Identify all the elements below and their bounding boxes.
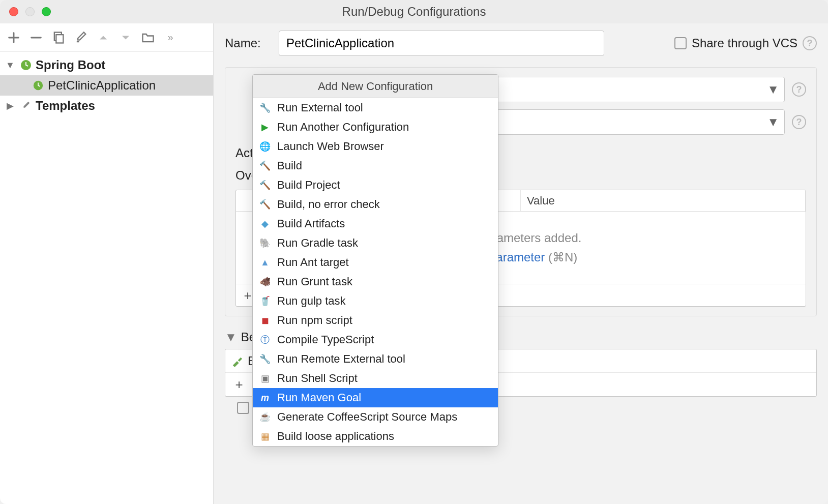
item-label: Build: [277, 159, 302, 172]
share-checkbox[interactable]: [674, 37, 687, 49]
ant-icon: ▲: [259, 256, 271, 269]
item-label: Run Another Configuration: [277, 121, 409, 134]
grunt-icon: 🐗: [259, 276, 271, 288]
move-down-button[interactable]: [117, 29, 134, 46]
gulp-icon: 🥤: [259, 295, 271, 307]
help-icon[interactable]: ?: [792, 82, 806, 97]
help-icon[interactable]: ?: [803, 36, 817, 50]
chevron-down-icon: ▼: [225, 330, 237, 344]
grid-col-value: Value: [521, 190, 806, 211]
loose-app-icon: ▦: [259, 430, 271, 442]
add-new-configuration-popup: Add New Configuration 🔧Run External tool…: [252, 74, 498, 447]
hammer-icon: [231, 355, 243, 367]
tree-node-spring-boot[interactable]: ▼ Spring Boot: [0, 55, 213, 75]
folder-button[interactable]: [139, 29, 157, 46]
popup-item-run-grunt-task[interactable]: 🐗Run Grunt task: [253, 272, 498, 291]
popup-item-run-gradle-task[interactable]: 🐘Run Gradle task: [253, 233, 498, 253]
expand-toggle-icon[interactable]: ▶: [4, 100, 16, 111]
sidebar-toolbar: »: [0, 23, 213, 52]
typescript-icon: Ⓣ: [259, 334, 271, 346]
configuration-name-input[interactable]: [279, 31, 604, 56]
gradle-icon: 🐘: [259, 237, 271, 249]
npm-icon: ◼: [259, 314, 271, 327]
popup-item-run-npm-script[interactable]: ◼Run npm script: [253, 311, 498, 330]
play-icon: ▶: [259, 121, 271, 133]
popup-item-run-maven-goal[interactable]: mRun Maven Goal: [253, 388, 498, 407]
more-tools-button[interactable]: »: [162, 29, 179, 46]
popup-item-generate-coffeescript-source-maps[interactable]: ☕Generate CoffeeScript Source Maps: [253, 407, 498, 427]
popup-item-run-shell-script[interactable]: ▣Run Shell Script: [253, 369, 498, 388]
tree-node-templates[interactable]: ▶ Templates: [0, 96, 213, 116]
item-label: Run Remote External tool: [277, 352, 405, 366]
copy-configuration-button[interactable]: [50, 29, 67, 46]
configurations-sidebar: » ▼ Spring Boot PetClinicApplication ▶ T…: [0, 23, 214, 504]
window-title: Run/Debug Configurations: [342, 5, 486, 19]
window-controls: [9, 7, 51, 16]
coffeescript-icon: ☕: [259, 411, 271, 423]
titlebar: Run/Debug Configurations: [0, 0, 828, 23]
item-label: Build Artifacts: [277, 217, 345, 230]
globe-icon: 🌐: [259, 140, 271, 153]
artifact-icon: ◆: [259, 218, 271, 230]
item-label: Build, no error check: [277, 198, 380, 211]
spring-boot-icon: [32, 79, 45, 92]
add-configuration-button[interactable]: [5, 29, 22, 46]
tree-node-petclinic[interactable]: PetClinicApplication: [0, 75, 213, 96]
share-label: Share through VCS: [692, 36, 797, 50]
chevron-down-icon: ▼: [767, 82, 779, 97]
name-row: Name: Share through VCS ?: [225, 31, 817, 56]
popup-item-build-artifacts[interactable]: ◆Build Artifacts: [253, 214, 498, 233]
popup-item-build-loose-applications[interactable]: ▦Build loose applications: [253, 427, 498, 446]
remove-configuration-button[interactable]: [27, 29, 45, 46]
configurations-tree: ▼ Spring Boot PetClinicApplication ▶ Tem…: [0, 52, 213, 504]
wrench-icon: [19, 99, 33, 112]
popup-item-build[interactable]: 🔨Build: [253, 156, 498, 175]
popup-title: Add New Configuration: [253, 75, 498, 98]
popup-item-run-external-tool[interactable]: 🔧Run External tool: [253, 98, 498, 117]
shell-icon: ▣: [259, 372, 271, 384]
item-label: Build loose applications: [277, 430, 394, 443]
add-parameter-shortcut: (⌘N): [548, 250, 577, 264]
item-label: Launch Web Browser: [277, 140, 384, 153]
show-this-page-checkbox[interactable]: [237, 402, 249, 414]
item-label: Run Gradle task: [277, 236, 358, 250]
minimize-window-button[interactable]: [25, 7, 35, 16]
popup-item-run-another-configuration[interactable]: ▶Run Another Configuration: [253, 117, 498, 137]
tree-label: Spring Boot: [36, 58, 105, 72]
move-up-button[interactable]: [95, 29, 112, 46]
popup-item-build-project[interactable]: 🔨Build Project: [253, 175, 498, 195]
item-label: Compile TypeScript: [277, 333, 374, 346]
item-label: Run Maven Goal: [277, 391, 361, 404]
popup-item-run-remote-external-tool[interactable]: 🔧Run Remote External tool: [253, 349, 498, 369]
popup-item-run-ant-target[interactable]: ▲Run Ant target: [253, 253, 498, 272]
popup-item-run-gulp-task[interactable]: 🥤Run gulp task: [253, 291, 498, 311]
tree-label: PetClinicApplication: [48, 78, 156, 93]
item-label: Run Shell Script: [277, 372, 358, 385]
item-label: Run Ant target: [277, 256, 349, 269]
maven-icon: m: [259, 392, 271, 404]
popup-item-launch-web-browser[interactable]: 🌐Launch Web Browser: [253, 137, 498, 156]
help-icon[interactable]: ?: [792, 115, 806, 129]
popup-item-build-no-error-check[interactable]: 🔨Build, no error check: [253, 195, 498, 214]
expand-toggle-icon[interactable]: ▼: [4, 60, 16, 71]
hammer-icon: 🔨: [259, 198, 271, 211]
add-task-button[interactable]: +: [230, 376, 248, 393]
zoom-window-button[interactable]: [42, 7, 51, 16]
item-label: Run Grunt task: [277, 275, 352, 288]
hammer-icon: 🔨: [259, 160, 271, 172]
close-window-button[interactable]: [9, 7, 18, 16]
spring-boot-icon: [19, 58, 33, 72]
run-debug-configurations-window: Run/Debug Configurations » ▼ Spring Boot: [0, 0, 828, 504]
wrench-icon: 🔧: [259, 353, 271, 365]
chevron-down-icon: ▼: [767, 115, 779, 129]
share-through-vcs[interactable]: Share through VCS ?: [674, 36, 817, 50]
tree-label: Templates: [36, 99, 95, 113]
item-label: Generate CoffeeScript Source Maps: [277, 410, 457, 424]
item-label: Run gulp task: [277, 294, 346, 308]
svg-rect-1: [56, 35, 63, 43]
item-label: Build Project: [277, 179, 340, 192]
edit-templates-button[interactable]: [72, 29, 90, 46]
item-label: Run npm script: [277, 314, 352, 327]
hammer-icon: 🔨: [259, 179, 271, 191]
popup-item-compile-typescript[interactable]: ⓉCompile TypeScript: [253, 330, 498, 349]
